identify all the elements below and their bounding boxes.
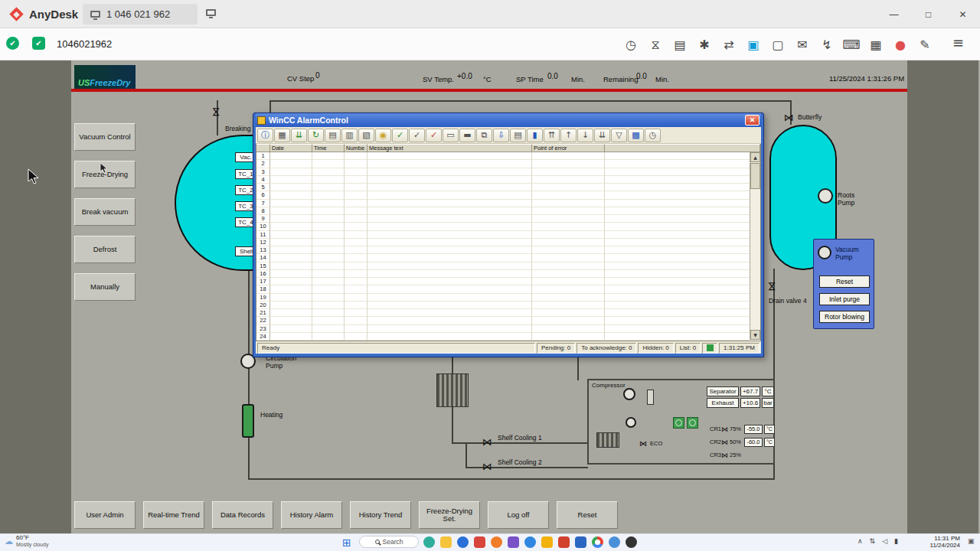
- alarm-row[interactable]: 6: [256, 191, 750, 199]
- taskbar-app-7-icon[interactable]: [558, 536, 570, 548]
- alarm-row[interactable]: 24: [256, 333, 750, 341]
- taskbar-app-1-icon[interactable]: [423, 536, 435, 548]
- tray-network-icon[interactable]: ⇅: [870, 537, 876, 545]
- alarm-row[interactable]: 7: [256, 200, 750, 207]
- scada-nav-button[interactable]: Break vacuum: [74, 198, 136, 226]
- vacuum-pump-button[interactable]: Reset: [819, 276, 870, 288]
- taskbar-app-6-icon[interactable]: [541, 536, 553, 548]
- taskbar-app-8-icon[interactable]: [575, 536, 586, 548]
- scada-bottom-button[interactable]: Freeze-Drying Set.: [419, 501, 480, 529]
- tray-battery-icon[interactable]: ▮: [894, 537, 898, 545]
- emergency-acknowledge-icon[interactable]: ✓: [426, 129, 442, 142]
- column-header[interactable]: Date: [270, 144, 312, 152]
- display-settings-icon[interactable]: ▢: [769, 34, 787, 56]
- comment-icon[interactable]: ▮: [527, 129, 543, 142]
- lock-list-icon[interactable]: ◉: [375, 129, 391, 142]
- taskbar-app-4-icon[interactable]: [508, 536, 519, 548]
- taskbar-weather-widget[interactable]: ☁ 60°F Mostly cloudy: [5, 535, 48, 547]
- speed-mode-icon[interactable]: ◷: [622, 34, 640, 56]
- filter-icon[interactable]: ▽: [611, 129, 627, 142]
- taskbar-app-10-icon[interactable]: [626, 536, 637, 548]
- column-header[interactable]: Time: [312, 144, 345, 152]
- autoscroll-icon[interactable]: ⇊: [291, 129, 307, 142]
- active-monitor-icon[interactable]: ▣: [744, 34, 763, 56]
- taskbar-search[interactable]: Search: [359, 536, 419, 548]
- maximize-button[interactable]: □: [911, 0, 946, 28]
- alarm-row[interactable]: 21: [256, 309, 750, 317]
- taskbar-chrome-icon[interactable]: [592, 536, 603, 548]
- taskbar-app-5-icon[interactable]: [524, 536, 536, 548]
- column-header[interactable]: Message text: [368, 144, 532, 152]
- alarm-row[interactable]: 10: [256, 223, 750, 230]
- alarm-row[interactable]: 3: [256, 168, 750, 176]
- scada-bottom-button[interactable]: History Alarm: [281, 501, 342, 529]
- alarm-row[interactable]: 17: [256, 278, 750, 285]
- next-message-icon[interactable]: ↓: [577, 129, 593, 142]
- scada-bottom-button[interactable]: Reset: [557, 501, 618, 529]
- selection-icon[interactable]: ▩: [628, 129, 644, 142]
- message-list-icon[interactable]: ▤: [325, 129, 341, 142]
- time-base-icon[interactable]: ◷: [645, 129, 661, 142]
- scroll-up-button[interactable]: ▲: [750, 152, 760, 162]
- whiteboard-icon[interactable]: ✎: [916, 34, 934, 56]
- scada-nav-button[interactable]: Manually: [74, 273, 136, 301]
- alarm-row[interactable]: 11: [256, 231, 750, 239]
- column-header[interactable]: Point of error: [532, 144, 605, 152]
- alarm-row[interactable]: 2: [256, 160, 750, 168]
- alarm-close-button[interactable]: ✕: [745, 115, 760, 126]
- tray-volume-icon[interactable]: ◁: [882, 537, 887, 545]
- scada-bottom-button[interactable]: Real-time Trend: [143, 501, 204, 529]
- alarm-row[interactable]: 5: [256, 184, 750, 191]
- taskbar-firefox-icon[interactable]: [491, 536, 502, 548]
- alarm-row[interactable]: 20: [256, 302, 750, 309]
- alarm-row[interactable]: 19: [256, 294, 750, 302]
- vm-list-icon[interactable]: ▤: [671, 34, 689, 56]
- scada-bottom-button[interactable]: Data Records: [212, 501, 273, 529]
- alarm-row[interactable]: 4: [256, 176, 750, 184]
- column-header[interactable]: Numbe: [345, 144, 368, 152]
- last-message-icon[interactable]: ⇊: [594, 129, 610, 142]
- scada-bottom-button[interactable]: History Trend: [350, 501, 411, 529]
- session-duration-icon[interactable]: ⧖: [646, 34, 665, 56]
- alarm-window-titlebar[interactable]: WinCC AlarmControl ✕: [256, 113, 761, 127]
- favorites-icon[interactable]: ✱: [695, 34, 714, 56]
- alarm-row[interactable]: 16: [256, 270, 750, 278]
- keyboard-settings-icon[interactable]: ⌨: [842, 34, 861, 56]
- taskbar-app-2-icon[interactable]: [457, 536, 469, 548]
- scada-bottom-button[interactable]: User Admin: [74, 501, 136, 529]
- alarm-row[interactable]: 1: [256, 152, 750, 160]
- new-session-icon[interactable]: [206, 9, 216, 16]
- print-icon[interactable]: ▤: [510, 129, 526, 142]
- alarm-row[interactable]: 9: [256, 215, 750, 223]
- close-button[interactable]: ✕: [946, 0, 980, 28]
- alarm-row[interactable]: 13: [256, 246, 750, 254]
- scroll-down-button[interactable]: ▼: [750, 330, 760, 340]
- vacuum-pump-button[interactable]: Inlet purge: [819, 293, 870, 305]
- session-address-tab[interactable]: 1 046 021 962: [83, 4, 198, 24]
- alarm-row[interactable]: 22: [256, 317, 750, 324]
- copy-icon[interactable]: ⧉: [476, 129, 492, 142]
- group-acknowledge-icon[interactable]: ✓: [409, 129, 425, 142]
- record-session-icon[interactable]: ●: [891, 34, 910, 56]
- menu-icon[interactable]: ≡: [952, 34, 964, 51]
- alarm-row[interactable]: 8: [256, 207, 750, 215]
- start-button[interactable]: ⊞: [342, 535, 351, 550]
- previous-message-icon[interactable]: ↑: [560, 129, 577, 142]
- alarm-row[interactable]: 12: [256, 239, 750, 246]
- long-term-list-icon[interactable]: ▧: [358, 129, 374, 142]
- hide-message-icon[interactable]: ▭: [443, 129, 459, 142]
- taskbar-app-9-icon[interactable]: [609, 536, 620, 548]
- short-term-list-icon[interactable]: ▥: [341, 129, 358, 142]
- first-message-icon[interactable]: ⇈: [544, 129, 560, 142]
- unhide-message-icon[interactable]: ▬: [459, 129, 475, 142]
- alarm-scrollbar[interactable]: ▲ ▼: [750, 152, 760, 340]
- alarm-row[interactable]: 14: [256, 254, 750, 262]
- vacuum-pump-button[interactable]: Rotor blowing: [819, 311, 870, 323]
- permissions-icon[interactable]: ▦: [867, 34, 885, 56]
- permissions-status-icon[interactable]: ✔: [32, 37, 45, 50]
- alarm-row[interactable]: 15: [256, 262, 750, 270]
- connection-status-icon[interactable]: ✔: [6, 37, 19, 50]
- taskbar-folder-icon[interactable]: [440, 536, 452, 548]
- chat-icon[interactable]: ✉: [793, 34, 812, 56]
- acknowledge-icon[interactable]: ✓: [392, 129, 408, 142]
